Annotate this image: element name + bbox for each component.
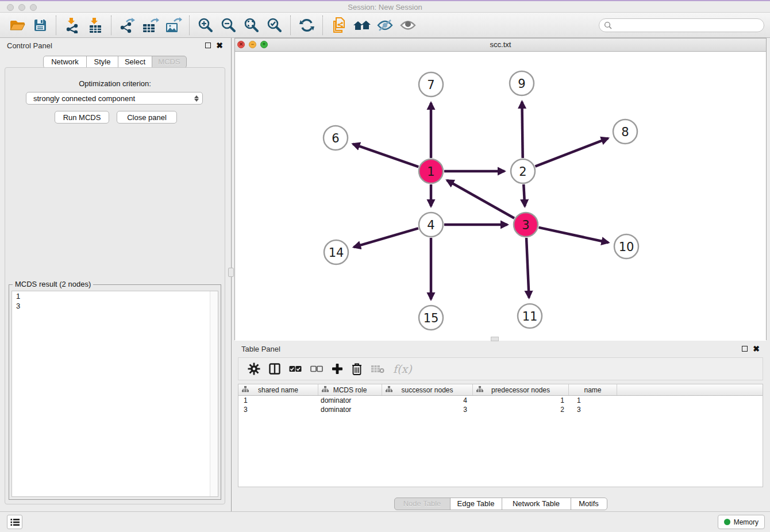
add-column-button[interactable] [332, 361, 343, 376]
edge-2-8[interactable] [535, 138, 608, 167]
table-settings-button[interactable] [248, 361, 260, 376]
float-table-panel-icon[interactable] [742, 346, 748, 352]
apply-layout-home-button[interactable] [351, 14, 374, 36]
close-panel-icon[interactable]: ✖ [216, 43, 223, 48]
zoom-in-icon [198, 17, 214, 33]
network-overview-button[interactable] [328, 14, 351, 36]
edge-2-9[interactable] [522, 102, 522, 158]
network-canvas[interactable]: 7968124314101511 [235, 52, 766, 341]
export-table-icon [142, 17, 159, 33]
column-header-shared-name[interactable]: shared name [238, 384, 318, 395]
table-cell[interactable]: 1 [238, 396, 318, 405]
edge-4-14[interactable] [354, 228, 418, 247]
search-input[interactable] [615, 20, 759, 30]
table-cell[interactable]: 4 [382, 396, 473, 405]
hide-graphics-details-button[interactable] [374, 14, 396, 36]
column-header-successor-nodes[interactable]: successor nodes [382, 384, 473, 395]
graph-node-label: 6 [332, 132, 339, 145]
graph-node-label: 1 [427, 165, 434, 179]
column-header-mcds-role[interactable]: MCDS role [318, 384, 382, 395]
node-table-header: shared name MCDS role successor nodes pr… [238, 384, 763, 396]
eye-icon [399, 18, 417, 32]
tab-mcds[interactable]: MCDS [152, 56, 187, 68]
graph-node-label: 4 [427, 218, 434, 232]
table-cell[interactable]: 3 [382, 405, 473, 414]
table-row[interactable]: 1dominator411 [238, 396, 763, 405]
graph-node-label: 15 [424, 311, 439, 325]
import-table-button[interactable] [84, 14, 107, 36]
criterion-dropdown[interactable]: strongly connected component [26, 92, 203, 105]
zoom-fit-button[interactable] [240, 14, 263, 36]
refresh-view-button[interactable] [295, 14, 318, 36]
import-network-button[interactable] [61, 14, 84, 36]
network-window-titlebar[interactable]: ✕ − + scc.txt [235, 38, 766, 52]
eye-slash-icon [376, 18, 394, 32]
edge-1-6[interactable] [353, 144, 418, 167]
table-row[interactable]: 3dominator323 [238, 405, 763, 414]
column-label: shared name [258, 386, 298, 394]
save-session-button[interactable] [29, 14, 52, 36]
memory-button[interactable]: Memory [718, 515, 765, 529]
graph-node-label: 8 [621, 125, 629, 139]
float-panel-icon[interactable] [205, 43, 211, 48]
select-all-rows-button[interactable] [289, 361, 302, 376]
delete-table-icon [371, 364, 384, 373]
column-header-predecessor-nodes[interactable]: predecessor nodes [473, 384, 569, 395]
search-field[interactable] [599, 18, 764, 32]
edge-3-10[interactable] [538, 228, 608, 242]
tab-style[interactable]: Style [86, 56, 118, 68]
graph-node-label: 3 [522, 218, 529, 232]
edge-3-1[interactable] [447, 180, 514, 218]
tab-edge-table[interactable]: Edge Table [450, 498, 502, 510]
table-cell[interactable]: 2 [473, 405, 569, 414]
export-image-button[interactable] [162, 14, 185, 36]
delete-column-button[interactable] [352, 361, 362, 376]
table-cell[interactable]: 3 [569, 405, 617, 414]
network-title: scc.txt [235, 38, 766, 51]
tree-icon [322, 386, 329, 392]
table-cell[interactable]: dominator [318, 396, 382, 405]
close-panel-button[interactable]: Close panel [117, 111, 177, 124]
deselect-all-rows-button[interactable] [310, 361, 323, 376]
column-header-name[interactable]: name [569, 384, 617, 395]
zoom-out-icon [221, 17, 237, 33]
optimization-criterion-label: Optimization criterion: [5, 79, 225, 88]
function-builder-button[interactable]: f(x) [393, 361, 412, 376]
vertical-splitter-handle[interactable] [228, 268, 234, 277]
zoom-out-button[interactable] [217, 14, 240, 36]
horizontal-splitter-handle[interactable] [491, 337, 499, 341]
export-table-button[interactable] [139, 14, 162, 36]
show-graphics-details-button[interactable] [396, 14, 419, 36]
tab-node-table[interactable]: Node Table [394, 498, 451, 510]
column-visibility-button[interactable] [269, 361, 280, 376]
column-label: predecessor nodes [491, 386, 550, 394]
network-graph: 7968124314101511 [235, 52, 766, 341]
tab-select[interactable]: Select [118, 56, 152, 68]
edge-3-11[interactable] [526, 238, 529, 298]
mcds-result-list[interactable]: 1 3 [11, 291, 218, 497]
ui-settings-button[interactable] [7, 515, 22, 529]
export-network-icon [120, 17, 136, 33]
network-overview-icon [332, 17, 346, 34]
zoom-in-button[interactable] [194, 14, 217, 36]
close-table-panel-icon[interactable]: ✖ [753, 346, 760, 352]
memory-label: Memory [734, 518, 759, 526]
table-cell[interactable]: 1 [473, 396, 569, 405]
run-mcds-button[interactable]: Run MCDS [55, 111, 109, 124]
table-cell[interactable]: 1 [569, 396, 617, 405]
tab-motifs[interactable]: Motifs [571, 498, 607, 510]
tree-icon [386, 386, 392, 392]
open-session-button[interactable] [6, 14, 29, 36]
table-cell[interactable]: dominator [318, 405, 382, 414]
mcds-result-title: MCDS result (2 nodes) [13, 280, 93, 288]
table-cell[interactable]: 3 [238, 405, 318, 414]
zoom-selected-button[interactable] [263, 14, 286, 36]
toolbar-separator [111, 16, 112, 35]
tab-network[interactable]: Network [43, 56, 87, 68]
result-scrollbar[interactable] [210, 291, 218, 496]
delete-table-button[interactable] [371, 361, 384, 376]
zoom-selected-icon [267, 17, 283, 33]
tab-network-table[interactable]: Network Table [502, 498, 571, 510]
edge-2-3[interactable] [523, 184, 525, 206]
export-network-button[interactable] [116, 14, 139, 36]
